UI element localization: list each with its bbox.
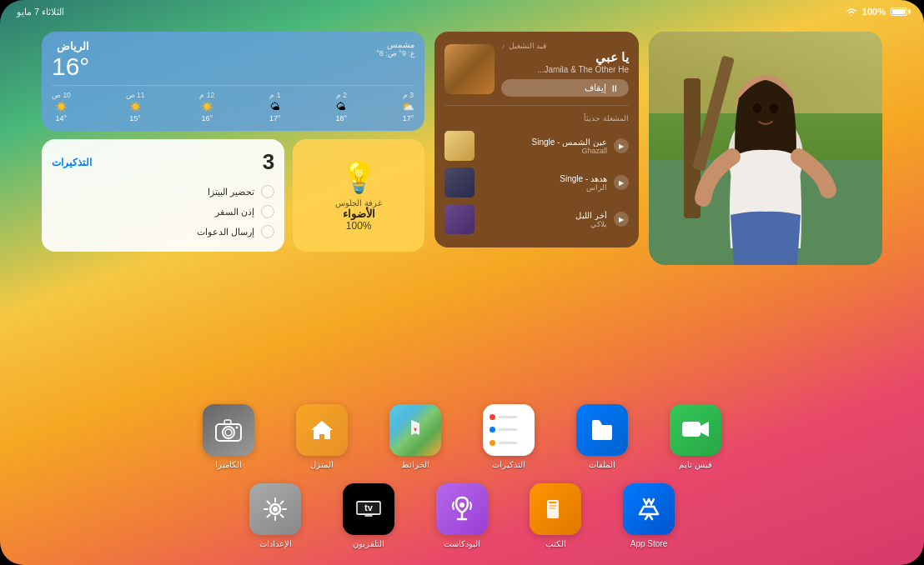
now-playing-label: قيد التشغيل xyxy=(509,42,547,50)
music-widget[interactable]: قيد التشغيل ♪ يا عبي Jamila & The Other … xyxy=(434,32,639,248)
svg-line-28 xyxy=(281,515,284,518)
app-reminders[interactable]: التذكيرات xyxy=(483,404,535,469)
photo-bg xyxy=(649,32,882,265)
reminders-label: التذكيرات xyxy=(52,157,92,168)
podcasts-label: البودكاست xyxy=(444,539,480,548)
weather-left: مشمس ع: 9° ص: 8° xyxy=(376,40,414,58)
forecast-icon-12pm: ☀️ xyxy=(201,101,213,112)
weather-city: الرياض xyxy=(52,40,89,52)
app-camera[interactable]: الكاميرا xyxy=(203,404,254,469)
weather-widget[interactable]: مشمس ع: 9° ص: 8° الرياض 16° 3 م ⛅ xyxy=(42,32,424,131)
status-bar: 100% الثلاثاء 7 مايو xyxy=(0,0,924,23)
home-device: الأضواء xyxy=(343,208,375,220)
maps-icon xyxy=(389,404,441,456)
reminder-item-1[interactable]: تحضير البيتزا xyxy=(52,182,274,202)
forecast-icon-3pm: ⛅ xyxy=(402,101,414,112)
svg-text:tv: tv xyxy=(364,502,374,512)
svg-point-2 xyxy=(753,103,761,113)
weather-temp: 16° xyxy=(52,52,89,80)
files-label: الملفات xyxy=(589,460,615,469)
track-art-1 xyxy=(444,131,475,161)
app-podcasts[interactable]: البودكاست xyxy=(436,483,488,548)
books-icon xyxy=(530,483,581,535)
forecast-1pm: 1 م 🌤 17° xyxy=(269,91,281,122)
home-lights-widget[interactable]: 💡 غرفة الجلوس الأضواء 100% xyxy=(293,139,424,252)
forecast-10am: 10 ص ☀️ 14° xyxy=(52,91,71,122)
app-appstore[interactable]: App Store xyxy=(623,483,675,548)
track-art-3 xyxy=(444,204,475,234)
home-screen: قيد التشغيل ♪ يا عبي Jamila & The Other … xyxy=(0,23,924,565)
app-facetime[interactable]: فيس تايم xyxy=(670,404,721,469)
svg-point-9 xyxy=(225,429,232,436)
recently-label: المشغلة حديثاً xyxy=(444,114,629,122)
bottom-widgets-row: 💡 غرفة الجلوس الأضواء 100% 3 التذكيرات xyxy=(42,139,424,252)
track-play-3[interactable]: ▶ xyxy=(614,212,629,227)
now-playing-section: قيد التشغيل ♪ يا عبي Jamila & The Other … xyxy=(444,42,629,106)
app-maps[interactable]: الخرائط xyxy=(389,404,441,469)
pause-button[interactable]: ⏸ إيقاف xyxy=(501,79,629,97)
battery-icon xyxy=(891,8,907,16)
reminder-circle-2 xyxy=(261,205,274,218)
books-label: الكتب xyxy=(545,539,566,548)
widgets-area: قيد التشغيل ♪ يا عبي Jamila & The Other … xyxy=(42,32,882,265)
photo-widget[interactable] xyxy=(649,32,882,265)
facetime-icon xyxy=(670,404,721,456)
forecast-2pm: 2 م 🌤 18° xyxy=(336,91,348,122)
forecast-icon-10am: ☀️ xyxy=(55,101,68,112)
weather-top: مشمس ع: 9° ص: 8° الرياض 16° xyxy=(52,40,414,80)
tv-label: التلفزيون xyxy=(353,539,384,548)
reminder-item-2[interactable]: إذن السفر xyxy=(52,202,274,222)
app-files[interactable]: الملفات xyxy=(576,404,628,469)
svg-point-6 xyxy=(414,425,417,428)
app-settings[interactable]: الإعدادات xyxy=(249,483,301,548)
reminder-item-3[interactable]: إرسال الدعوات xyxy=(52,222,274,242)
track-item-2[interactable]: ▶ هدهد - Single الراس xyxy=(444,164,629,201)
track-play-2[interactable]: ▶ xyxy=(614,175,629,190)
reminders-app-icon xyxy=(483,404,535,456)
svg-marker-5 xyxy=(701,422,709,437)
song-title: يا عبي xyxy=(501,50,629,65)
reminder-circle-1 xyxy=(261,185,274,198)
track-item-1[interactable]: ▶ عين الشمس - Single Ghazall xyxy=(444,128,629,164)
status-date: الثلاثاء 7 مايو xyxy=(17,7,64,18)
wifi-icon xyxy=(846,8,857,16)
reminders-header: 3 التذكيرات xyxy=(52,149,274,175)
track-info-1: عين الشمس - Single Ghazall xyxy=(481,138,607,155)
home-app-icon xyxy=(296,404,348,456)
person-figure xyxy=(682,57,849,265)
app-home[interactable]: المنزل xyxy=(296,404,348,469)
appstore-label: App Store xyxy=(630,539,667,548)
svg-point-22 xyxy=(273,507,278,512)
track-info-3: أخر الليل بلاكي xyxy=(481,211,607,228)
reminders-app-label: التذكيرات xyxy=(492,460,525,469)
weather-hi-lo: ع: 9° ص: 8° xyxy=(376,49,414,58)
svg-rect-10 xyxy=(224,420,231,424)
forecast-icon-1pm: 🌤 xyxy=(270,101,280,112)
files-icon xyxy=(576,404,628,456)
track-art-2 xyxy=(444,168,475,198)
track-play-1[interactable]: ▶ xyxy=(614,138,629,153)
forecast-12pm: 12 م ☀️ 16° xyxy=(199,91,214,122)
bulb-icon: 💡 xyxy=(340,160,378,195)
status-left: 100% xyxy=(846,7,907,17)
track-item-3[interactable]: ▶ أخر الليل بلاكي xyxy=(444,201,629,238)
recently-played: المشغلة حديثاً ▶ عين الشمس - Single Ghaz… xyxy=(444,114,629,238)
reminders-count: 3 xyxy=(263,149,274,175)
svg-rect-17 xyxy=(549,508,555,509)
home-room: غرفة الجلوس xyxy=(335,198,382,208)
svg-rect-4 xyxy=(682,422,701,437)
weather-condition: مشمس xyxy=(376,40,414,49)
app-books[interactable]: الكتب xyxy=(530,483,581,548)
track-info-2: هدهد - Single الراس xyxy=(481,174,607,192)
camera-app-icon xyxy=(203,404,254,456)
forecast-11am: 11 ص ☀️ 15° xyxy=(126,91,145,122)
camera-label: الكاميرا xyxy=(215,460,242,469)
forecast-3pm: 3 م ⛅ 17° xyxy=(402,91,414,122)
reminders-widget[interactable]: 3 التذكيرات تحضير البيتزا إذن السفر xyxy=(42,139,284,252)
apps-row-1: فيس تايم الملفات xyxy=(0,404,924,469)
apps-row-2: App Store الكتب xyxy=(0,483,924,548)
svg-line-30 xyxy=(268,515,270,518)
podcasts-icon xyxy=(436,483,488,535)
app-tv[interactable]: tv التلفزيون xyxy=(343,483,394,548)
svg-line-27 xyxy=(268,502,270,504)
